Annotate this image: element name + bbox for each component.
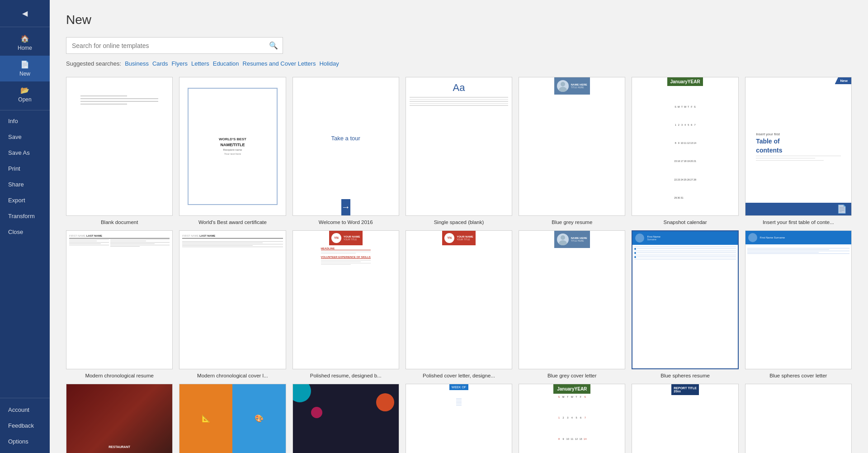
template-label-modern-cover: Modern chronological cover l...: [197, 372, 268, 379]
template-label-polished-resume: Polished resume, designed b...: [310, 372, 382, 379]
template-thumb-toc: New Insert your first Table of contents …: [745, 77, 852, 216]
cal-month: January: [670, 79, 687, 84]
suggested-cards[interactable]: Cards: [152, 60, 168, 67]
suggested-business[interactable]: Business: [125, 60, 149, 67]
suggested-letters[interactable]: Letters: [191, 60, 209, 67]
template-label-polished-cover: Polished cover letter, designe...: [423, 372, 495, 379]
sidebar-item-save[interactable]: Save: [0, 129, 50, 145]
polished-title: YOUR TITLE: [344, 238, 360, 241]
banner-month: January: [557, 386, 574, 391]
sidebar-nav: Info Save Save As Print Share Export Tra…: [0, 113, 50, 398]
template-blue-grey-cover[interactable]: NAME HERE TITLE HERE Blue grey cover let…: [519, 230, 625, 379]
toc-line3: contents: [756, 147, 840, 154]
template-snapshot-cal[interactable]: January YEAR SMTWTFS 1234567 89101112131…: [632, 77, 738, 226]
template-thumb-appt: WEEK OF: [406, 384, 512, 453]
template-blue-spheres-resume[interactable]: First Name Surname Blue sph: [632, 230, 738, 379]
template-education-brochure[interactable]: 📐 🎨 🔬 🎭 Education brochure: [179, 384, 286, 453]
sidebar-item-export[interactable]: Export: [0, 192, 50, 208]
template-report[interactable]: REPORT TITLE 20xx Report: [632, 384, 738, 453]
suggested-holiday[interactable]: Holiday: [319, 60, 339, 67]
template-thumb-blue-spheres-cover: First Name Surname: [745, 230, 852, 369]
template-thumb-polished-resume: YN YOUR NAME YOUR TITLE HEADLINE VOLUNTE…: [292, 230, 399, 369]
svg-point-2: [561, 235, 565, 240]
search-icon: 🔍: [269, 42, 278, 49]
sidebar-item-home[interactable]: 🏠 Home: [0, 30, 50, 56]
sidebar-item-info[interactable]: Info: [0, 113, 50, 129]
appt-week-label: WEEK OF: [452, 386, 466, 389]
template-award[interactable]: WORLD'S BEST NAME/TITLE Recipient name Y…: [179, 77, 286, 226]
template-thumb-vivid: EVENT SERIES NAME: [292, 384, 399, 453]
toc-new-badge: New: [835, 77, 851, 84]
polished-initials: YN: [331, 233, 341, 243]
svg-point-0: [561, 82, 565, 86]
award-worlds-best: WORLD'S BEST: [219, 137, 246, 141]
template-toc[interactable]: New Insert your first Table of contents …: [745, 77, 852, 226]
search-button[interactable]: 🔍: [264, 38, 283, 53]
tour-take-a-tour: Take a tour: [331, 135, 360, 142]
sidebar-new-label: New: [19, 71, 30, 77]
resume-title: TITLE HERE: [571, 86, 587, 89]
template-modern-resume[interactable]: FIRST NAME LAST NAME: [66, 230, 173, 379]
template-label-award: World's Best award certificate: [198, 219, 267, 226]
search-bar: 🔍: [66, 37, 283, 54]
suggested-resumes[interactable]: Resumes and Cover Letters: [243, 60, 316, 67]
suggested-education[interactable]: Education: [213, 60, 239, 67]
template-thumb-modern-cover: FIRST NAME LAST NAME: [179, 230, 286, 369]
template-student-report[interactable]: Report Title Student report with photo: [745, 384, 852, 453]
template-thumb-education: 📐 🎨 🔬 🎭: [179, 384, 286, 453]
template-polished-cover[interactable]: YN YOUR NAME YOUR TITLE Polished cove: [406, 230, 512, 379]
template-thumb-blue-grey: NAME HERE TITLE HERE: [519, 77, 625, 216]
main-content: New 🔍 Suggested searches: Business Cards…: [50, 0, 868, 453]
open-icon: 📂: [20, 86, 29, 95]
suggested-flyers[interactable]: Flyers: [172, 60, 188, 67]
template-vivid-shapes[interactable]: EVENT SERIES NAME Vivid shapes event bro…: [292, 384, 399, 453]
template-grid-row3: RESTAURANT Organization Name/Logo Restau…: [66, 384, 852, 453]
blue-grey-cover-title: TITLE HERE: [571, 239, 587, 242]
template-label-snapshot: Snapshot calendar: [664, 219, 707, 226]
page-title: New: [66, 13, 852, 27]
sidebar-item-save-as[interactable]: Save As: [0, 145, 50, 161]
sidebar-item-share[interactable]: Share: [0, 176, 50, 192]
suggested-label: Suggested searches:: [66, 60, 121, 67]
sidebar-item-close[interactable]: Close: [0, 224, 50, 240]
sidebar-item-options[interactable]: Options: [0, 434, 50, 449]
template-restaurant-brochure[interactable]: RESTAURANT Organization Name/Logo Restau…: [66, 384, 173, 453]
sidebar-item-print[interactable]: Print: [0, 161, 50, 176]
sidebar-item-transform[interactable]: Transform: [0, 208, 50, 224]
template-blue-grey-resume[interactable]: NAME HERE TITLE HERE Blue g: [519, 77, 625, 226]
banner-year: YEAR: [575, 386, 587, 391]
report-year: 20xx: [674, 390, 697, 393]
template-thumb-single: Aa: [406, 77, 512, 216]
template-label-blue-spheres-resume: Blue spheres resume: [660, 372, 710, 379]
sidebar: ◀ 🏠 Home 📄 New 📂 Open Info Save Save As …: [0, 0, 50, 453]
sidebar-item-new[interactable]: 📄 New: [0, 56, 50, 81]
template-thumb-polished-cover: YN YOUR NAME YOUR TITLE: [406, 230, 512, 369]
template-blue-spheres-cover[interactable]: First Name Surname Blue spheres cover le…: [745, 230, 852, 379]
template-label-tour: Welcome to Word 2016: [319, 219, 373, 226]
polished-cover-initials: YN: [444, 233, 454, 243]
template-polished-resume[interactable]: YN YOUR NAME YOUR TITLE HEADLINE VOLUNTE…: [292, 230, 399, 379]
template-tour[interactable]: Take a tour → Welcome to Word 2016: [292, 77, 399, 226]
template-modern-cover[interactable]: FIRST NAME LAST NAME Modern chronologica…: [179, 230, 286, 379]
template-thumb-tour: Take a tour →: [292, 77, 399, 216]
template-blue-spheres-appt[interactable]: WEEK OF: [406, 384, 512, 453]
template-thumb-banner-cal: January YEAR SMTWTFS 1234567 89101112131…: [519, 384, 625, 453]
sidebar-back-button[interactable]: ◀: [0, 5, 50, 22]
template-thumb-blue-spheres-resume: First Name Surname: [632, 230, 738, 369]
spheres-name: First Name: [647, 235, 660, 238]
suggested-searches: Suggested searches: Business Cards Flyer…: [66, 60, 852, 67]
report-title: REPORT TITLE: [674, 386, 697, 390]
template-banner-calendar[interactable]: January YEAR SMTWTFS 1234567 89101112131…: [519, 384, 625, 453]
cal-year: YEAR: [688, 79, 700, 84]
sidebar-item-open[interactable]: 📂 Open: [0, 81, 50, 107]
restaurant-label-inner: RESTAURANT: [108, 445, 130, 448]
template-blank[interactable]: Blank document: [66, 77, 173, 226]
search-input[interactable]: [66, 38, 264, 53]
template-thumb-award: WORLD'S BEST NAME/TITLE Recipient name Y…: [179, 77, 286, 216]
single-aa: Aa: [453, 82, 465, 94]
back-icon: ◀: [22, 9, 28, 18]
template-label-blank: Blank document: [101, 219, 138, 226]
sidebar-item-account[interactable]: Account: [0, 402, 50, 418]
template-single-spaced[interactable]: Aa Single spaced (blank): [406, 77, 512, 226]
sidebar-item-feedback[interactable]: Feedback: [0, 418, 50, 434]
